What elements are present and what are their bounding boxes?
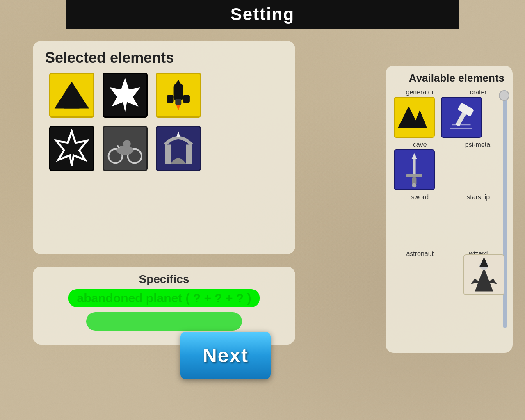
svg-marker-2 bbox=[110, 78, 141, 112]
psi-metal-tile-placeholder bbox=[441, 149, 482, 190]
tile-row-2 bbox=[394, 149, 504, 190]
scroll-thumb[interactable] bbox=[499, 90, 509, 101]
selected-tile-gate[interactable] bbox=[156, 126, 201, 171]
generator-label: generator bbox=[394, 89, 446, 96]
svg-point-28 bbox=[412, 183, 417, 187]
svg-line-14 bbox=[117, 146, 119, 148]
sword-label: sword bbox=[394, 194, 446, 201]
crater-label: crater bbox=[452, 89, 505, 96]
header: Setting bbox=[66, 0, 459, 29]
selected-elements-title: Selected elements bbox=[45, 49, 283, 66]
next-button[interactable]: Next bbox=[180, 332, 271, 379]
svg-marker-25 bbox=[412, 153, 417, 159]
selected-tile-starburst[interactable] bbox=[103, 73, 148, 118]
cave-tile[interactable] bbox=[394, 149, 435, 190]
svg-marker-8 bbox=[176, 105, 180, 110]
available-elements-title: Available elements bbox=[394, 72, 504, 84]
svg-rect-15 bbox=[165, 145, 171, 164]
tile-row-1 bbox=[394, 97, 504, 138]
svg-point-13 bbox=[123, 140, 131, 148]
svg-marker-4 bbox=[174, 80, 183, 88]
crater-tile[interactable] bbox=[441, 97, 482, 138]
selected-elements-panel: Selected elements bbox=[33, 41, 295, 254]
svg-rect-26 bbox=[406, 174, 422, 177]
selected-tile-starship[interactable] bbox=[156, 73, 201, 118]
svg-rect-7 bbox=[176, 99, 182, 105]
next-button-label: Next bbox=[203, 344, 249, 367]
cave-label: cave bbox=[394, 141, 446, 148]
specifics-text: abandoned planet ( ? + ? + ? ) bbox=[68, 289, 259, 307]
svg-rect-16 bbox=[186, 145, 192, 164]
selected-row-2 bbox=[45, 126, 283, 171]
svg-marker-17 bbox=[176, 131, 180, 137]
selected-tile-biker[interactable] bbox=[103, 126, 148, 171]
starship-label: starship bbox=[452, 194, 505, 201]
psi-metal-label: psi-metal bbox=[452, 141, 505, 148]
selected-tile-starburst-outline[interactable] bbox=[49, 126, 94, 171]
svg-marker-29 bbox=[475, 267, 493, 292]
wizard-tile[interactable] bbox=[463, 254, 504, 295]
astronaut-label: astronaut bbox=[394, 250, 446, 258]
svg-rect-6 bbox=[183, 95, 190, 103]
svg-marker-9 bbox=[57, 131, 87, 166]
label-row-1: generator crater bbox=[394, 89, 504, 96]
label-row-2: cave psi-metal bbox=[394, 141, 504, 148]
tile-row-4 bbox=[394, 254, 504, 295]
selected-row-1 bbox=[45, 73, 283, 118]
specifics-bar bbox=[86, 312, 242, 331]
selected-tile-mountain[interactable] bbox=[49, 73, 94, 118]
page-title: Setting bbox=[231, 5, 294, 24]
available-elements-panel: Available elements generator crater bbox=[386, 66, 513, 353]
label-row-3: sword starship bbox=[394, 194, 504, 201]
svg-marker-31 bbox=[479, 257, 488, 267]
generator-tile[interactable] bbox=[394, 97, 435, 138]
specifics-title: Specifics bbox=[139, 273, 189, 286]
svg-rect-5 bbox=[167, 95, 174, 103]
